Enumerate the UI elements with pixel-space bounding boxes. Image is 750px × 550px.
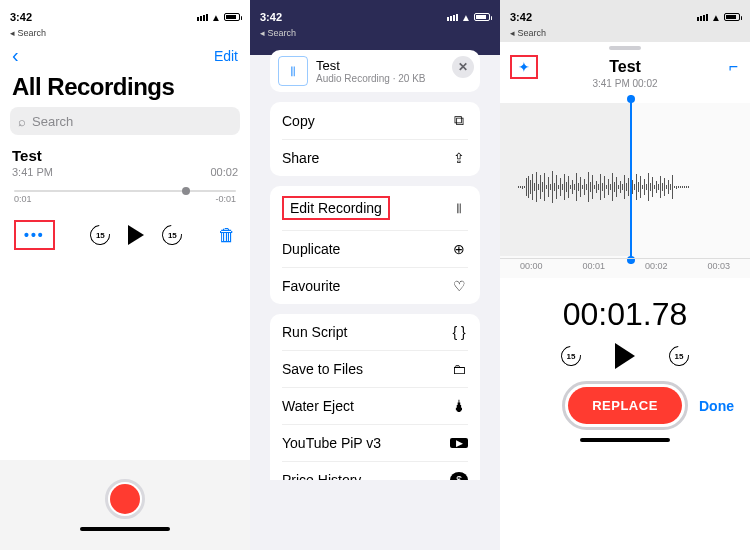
waveform — [518, 171, 732, 203]
droplet-icon: 🌢 — [450, 398, 468, 414]
duplicate-action[interactable]: Duplicate⊕ — [270, 231, 480, 267]
edit-button[interactable]: Edit — [214, 48, 238, 64]
playhead[interactable] — [630, 95, 632, 264]
battery-icon — [474, 13, 490, 21]
status-time: 3:42 — [10, 11, 32, 23]
status-bar: 3:42 ▲ — [250, 0, 500, 28]
scrub-elapsed: 0:01 — [14, 194, 32, 204]
recording-time: 3:41 PM — [12, 166, 53, 178]
play-button[interactable] — [128, 225, 144, 245]
price-history-action[interactable]: Price History$ — [270, 462, 480, 480]
youtube-icon: ▶ — [450, 438, 468, 448]
record-button[interactable] — [105, 479, 145, 519]
current-time: 00:01.78 — [500, 278, 750, 337]
wifi-icon: ▲ — [211, 12, 221, 23]
playback-scrubber[interactable] — [14, 190, 236, 192]
screen-all-recordings: 3:42 ▲ ◂ Search ‹ Edit All Recordings ⌕ … — [0, 0, 250, 550]
copy-icon: ⧉ — [450, 112, 468, 129]
done-button[interactable]: Done — [699, 398, 734, 414]
signal-icon — [197, 14, 208, 21]
search-input[interactable]: ⌕ Search — [10, 107, 240, 135]
battery-icon — [724, 13, 740, 21]
run-script-action[interactable]: Run Script{ } — [270, 314, 480, 350]
signal-icon — [447, 14, 458, 21]
action-group-3: Run Script{ } Save to Files🗀 Water Eject… — [270, 314, 480, 480]
recording-name: Test — [12, 147, 238, 164]
action-group-2: Edit Recording⦀ Duplicate⊕ Favourite♡ — [270, 186, 480, 304]
audio-file-icon: ⦀ — [278, 56, 308, 86]
waveform-area[interactable]: 00:00 00:01 00:02 00:03 — [500, 103, 750, 278]
home-indicator[interactable] — [580, 438, 670, 442]
more-options-button[interactable]: ••• — [14, 220, 55, 250]
folder-icon: 🗀 — [450, 361, 468, 377]
recording-duration: 00:02 — [210, 166, 238, 178]
favourite-action[interactable]: Favourite♡ — [270, 268, 480, 304]
sheet-subtitle: Audio Recording · 20 KB — [316, 73, 426, 84]
edit-header: Test 3:41 PM 00:02 ⌐ ✦ — [500, 52, 750, 99]
time-ruler: 00:00 00:01 00:02 00:03 — [500, 258, 750, 278]
trash-icon[interactable]: 🗑 — [218, 225, 236, 246]
skip-back-button[interactable]: 15 — [561, 346, 581, 366]
scrub-remaining: -0:01 — [215, 194, 236, 204]
sheet-title: Test — [316, 58, 426, 73]
share-action[interactable]: Share⇪ — [270, 140, 480, 176]
skip-back-button[interactable]: 15 — [90, 225, 110, 245]
search-icon: ⌕ — [18, 114, 26, 129]
status-icons: ▲ — [447, 12, 490, 23]
sheet-header: ⦀ Test Audio Recording · 20 KB ✕ — [270, 50, 480, 92]
breadcrumb[interactable]: ◂ Search — [250, 28, 500, 42]
edit-recording-action[interactable]: Edit Recording⦀ — [270, 186, 480, 230]
water-eject-action[interactable]: Water Eject🌢 — [270, 388, 480, 424]
screen-share-sheet: 3:42 ▲ ◂ Search ⦀ Test Audio Recording ·… — [250, 0, 500, 550]
heart-icon: ♡ — [450, 278, 468, 294]
battery-icon — [224, 13, 240, 21]
status-bar: 3:42 ▲ — [500, 0, 750, 28]
braces-icon: { } — [450, 324, 468, 340]
action-group-1: Copy⧉ Share⇪ — [270, 102, 480, 176]
skip-forward-button[interactable]: 15 — [162, 225, 182, 245]
breadcrumb[interactable]: ◂ Search — [0, 28, 250, 42]
scrubber-knob[interactable] — [182, 187, 190, 195]
search-placeholder: Search — [32, 114, 73, 129]
home-indicator[interactable] — [80, 527, 170, 531]
play-button[interactable] — [615, 343, 635, 369]
recording-item[interactable]: Test 3:41 PM 00:02 — [0, 135, 250, 178]
screen-edit-recording: 3:42 ▲ ◂ Search Test 3:41 PM 00:02 ⌐ ✦ 0… — [500, 0, 750, 550]
status-icons: ▲ — [197, 12, 240, 23]
status-time: 3:42 — [510, 11, 532, 23]
close-button[interactable]: ✕ — [452, 56, 474, 78]
skip-forward-button[interactable]: 15 — [669, 346, 689, 366]
breadcrumb[interactable]: ◂ Search — [500, 28, 750, 42]
waveform-icon: ⦀ — [450, 200, 468, 217]
ellipsis-icon: ••• — [24, 227, 45, 243]
sparkle-icon: ✦ — [510, 55, 538, 79]
youtube-pip-action[interactable]: YouTube PiP v3▶ — [270, 425, 480, 461]
sheet-grabber[interactable] — [609, 46, 641, 50]
wifi-icon: ▲ — [461, 12, 471, 23]
wifi-icon: ▲ — [711, 12, 721, 23]
signal-icon — [697, 14, 708, 21]
status-time: 3:42 — [260, 11, 282, 23]
crop-icon[interactable]: ⌐ — [729, 58, 738, 76]
duplicate-icon: ⊕ — [450, 241, 468, 257]
enhance-button[interactable]: ✦ — [504, 52, 544, 82]
dollar-icon: $ — [450, 472, 468, 480]
back-icon[interactable]: ‹ — [12, 44, 19, 67]
status-bar: 3:42 ▲ — [0, 0, 250, 28]
save-to-files-action[interactable]: Save to Files🗀 — [270, 351, 480, 387]
footer — [0, 460, 250, 550]
share-icon: ⇪ — [450, 150, 468, 166]
status-icons: ▲ — [697, 12, 740, 23]
copy-action[interactable]: Copy⧉ — [270, 102, 480, 139]
close-icon: ✕ — [458, 60, 468, 74]
replace-button[interactable]: REPLACE — [568, 387, 682, 424]
page-title: All Recordings — [0, 71, 250, 107]
